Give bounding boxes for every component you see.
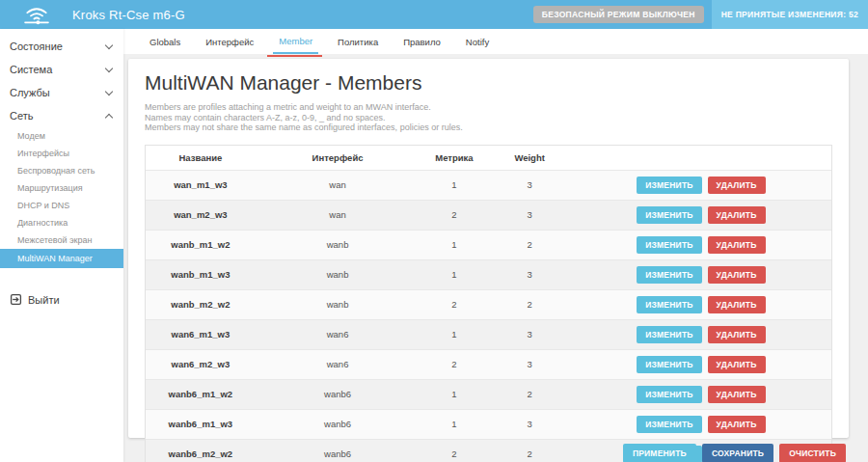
weight-cell: 2	[488, 379, 570, 409]
edit-member-button[interactable]: ИЗМЕНИТЬ	[637, 416, 701, 433]
delete-member-button[interactable]: УДАЛИТЬ	[708, 177, 766, 194]
actions-cell: ИЗМЕНИТЬУДАЛИТЬ	[571, 170, 831, 200]
metric-cell: 1	[420, 319, 488, 349]
table-row: wanb_m1_w3wanb13ИЗМЕНИТЬУДАЛИТЬ	[146, 259, 831, 289]
delete-member-button[interactable]: УДАЛИТЬ	[708, 356, 766, 373]
edit-member-button[interactable]: ИЗМЕНИТЬ	[637, 356, 701, 373]
sidebar-item-firewall[interactable]: Межсетевой экран	[0, 231, 123, 249]
member-name-cell: wan6_m2_w3	[146, 349, 256, 379]
tab-notify[interactable]: Notify	[460, 29, 495, 54]
safe-mode-badge[interactable]: БЕЗОПАСНЫЙ РЕЖИМ ВЫКЛЮЧЕН	[533, 6, 704, 23]
table-row: wan6_m2_w3wan623ИЗМЕНИТЬУДАЛИТЬ	[146, 349, 831, 379]
edit-member-button[interactable]: ИЗМЕНИТЬ	[637, 296, 701, 313]
apply-button[interactable]: ПРИМЕНИТЬ	[623, 444, 696, 462]
edit-member-button[interactable]: ИЗМЕНИТЬ	[637, 326, 701, 343]
edit-member-button[interactable]: ИЗМЕНИТЬ	[637, 206, 701, 224]
delete-member-button[interactable]: УДАЛИТЬ	[708, 236, 766, 254]
delete-member-button[interactable]: УДАЛИТЬ	[708, 386, 766, 403]
tab-member[interactable]: Member	[273, 29, 318, 54]
main-area: GlobalsИнтерфейсMemberПолитикаПравилоNot…	[123, 29, 868, 462]
metric-cell: 2	[420, 289, 488, 319]
interface-cell: wanb	[256, 259, 420, 289]
router-logo	[0, 3, 72, 26]
save-button[interactable]: СОХРАНИТЬ	[702, 444, 773, 462]
sidebar: СостояниеСистемаСлужбыСеть МодемИнтерфей…	[0, 29, 123, 462]
edit-member-button[interactable]: ИЗМЕНИТЬ	[637, 177, 701, 194]
table-row: wanb6_m1_w3wanb613ИЗМЕНИТЬУДАЛИТЬ	[146, 409, 831, 439]
table-row: wan_m1_w3wan13ИЗМЕНИТЬУДАЛИТЬ	[146, 170, 831, 200]
edit-member-button[interactable]: ИЗМЕНИТЬ	[637, 386, 701, 403]
sidebar-item-diagnostics[interactable]: Диагностика	[0, 214, 123, 231]
tab-globals[interactable]: Globals	[144, 29, 186, 54]
member-name-cell: wanb_m1_w2	[146, 230, 256, 259]
sidebar-item-modem[interactable]: Модем	[0, 127, 123, 145]
sidebar-section-status[interactable]: Состояние	[0, 35, 123, 58]
member-name-cell: wanb_m1_w3	[146, 259, 256, 289]
interface-cell: wanb6	[256, 409, 420, 439]
description-line: Members may not share the same name as c…	[145, 122, 832, 133]
weight-cell: 3	[488, 409, 570, 439]
table-row: wan_m2_w3wan23ИЗМЕНИТЬУДАЛИТЬ	[146, 200, 831, 230]
tab-policy[interactable]: Политика	[332, 29, 384, 54]
sidebar-section-label: Сеть	[10, 110, 33, 122]
sidebar-section-network[interactable]: Сеть	[0, 104, 123, 127]
sidebar-item-logout[interactable]: Выйти	[0, 287, 123, 312]
column-header-actions	[571, 146, 831, 171]
weight-cell: 3	[488, 259, 570, 289]
sidebar-section-services[interactable]: Службы	[0, 81, 123, 104]
metric-cell: 1	[420, 259, 488, 289]
sidebar-section-label: Состояние	[10, 41, 63, 52]
metric-cell: 1	[420, 170, 488, 200]
metric-cell: 2	[420, 349, 488, 379]
table-row: wanb_m1_w2wanb12ИЗМЕНИТЬУДАЛИТЬ	[146, 230, 831, 259]
weight-cell: 3	[488, 200, 570, 230]
interface-cell: wanb	[256, 289, 420, 319]
member-name-cell: wan_m2_w3	[146, 200, 256, 230]
description-line: Names may contain characters A-Z, a-z, 0…	[145, 113, 832, 123]
actions-cell: ИЗМЕНИТЬУДАЛИТЬ	[571, 200, 831, 230]
description-line: Members are profiles attaching a metric …	[145, 102, 832, 113]
members-card: MultiWAN Manager - Members Members are p…	[128, 59, 849, 438]
sidebar-section-system[interactable]: Система	[0, 58, 123, 81]
page-title: MultiWAN Manager - Members	[145, 71, 832, 95]
chevron-up-icon	[105, 113, 113, 121]
delete-member-button[interactable]: УДАЛИТЬ	[708, 326, 766, 343]
tab-rule[interactable]: Правило	[397, 29, 447, 54]
interface-cell: wanb	[256, 230, 420, 259]
metric-cell: 1	[420, 230, 488, 259]
sidebar-section-label: Службы	[10, 87, 50, 98]
actions-cell: ИЗМЕНИТЬУДАЛИТЬ	[571, 379, 831, 409]
delete-member-button[interactable]: УДАЛИТЬ	[708, 266, 766, 284]
table-row: wanb_m2_w2wanb22ИЗМЕНИТЬУДАЛИТЬ	[146, 289, 831, 319]
edit-member-button[interactable]: ИЗМЕНИТЬ	[637, 266, 701, 284]
actions-cell: ИЗМЕНИТЬУДАЛИТЬ	[571, 319, 831, 349]
weight-cell: 3	[488, 319, 570, 349]
interface-cell: wan6	[256, 319, 420, 349]
actions-cell: ИЗМЕНИТЬУДАЛИТЬ	[571, 230, 831, 259]
sidebar-item-wireless[interactable]: Беспроводная сеть	[0, 162, 123, 179]
sidebar-item-dhcp-dns[interactable]: DHCP и DNS	[0, 197, 123, 214]
sidebar-logout-label: Выйти	[28, 294, 60, 306]
sidebar-item-routing[interactable]: Маршрутизация	[0, 179, 123, 197]
delete-member-button[interactable]: УДАЛИТЬ	[708, 206, 766, 224]
column-header-interface: Интерфейс	[256, 146, 420, 171]
delete-member-button[interactable]: УДАЛИТЬ	[708, 416, 766, 433]
interface-cell: wan	[256, 200, 420, 230]
edit-member-button[interactable]: ИЗМЕНИТЬ	[637, 236, 701, 254]
member-name-cell: wanb6_m1_w2	[146, 379, 256, 409]
app-header: Kroks Rt-Cse m6-G БЕЗОПАСНЫЙ РЕЖИМ ВЫКЛЮ…	[0, 0, 868, 29]
actions-cell: ИЗМЕНИТЬУДАЛИТЬ	[571, 259, 831, 289]
actions-cell: ИЗМЕНИТЬУДАЛИТЬ	[571, 289, 831, 319]
actions-cell: ИЗМЕНИТЬУДАЛИТЬ	[571, 409, 831, 439]
sidebar-item-multiwan-manager[interactable]: MultiWAN Manager	[0, 249, 123, 268]
tab-interface[interactable]: Интерфейс	[200, 29, 259, 54]
column-header-name: Название	[146, 146, 256, 171]
weight-cell: 3	[488, 170, 570, 200]
sidebar-item-interfaces[interactable]: Интерфейсы	[0, 145, 123, 162]
delete-member-button[interactable]: УДАЛИТЬ	[708, 296, 766, 313]
reset-button[interactable]: ОЧИСТИТЬ	[779, 444, 846, 462]
unsaved-changes-badge[interactable]: НЕ ПРИНЯТЫЕ ИЗМЕНЕНИЯ: 52	[712, 0, 868, 29]
member-name-cell: wan6_m1_w3	[146, 319, 256, 349]
interface-cell: wan	[256, 170, 420, 200]
device-title: Kroks Rt-Cse m6-G	[72, 8, 185, 22]
